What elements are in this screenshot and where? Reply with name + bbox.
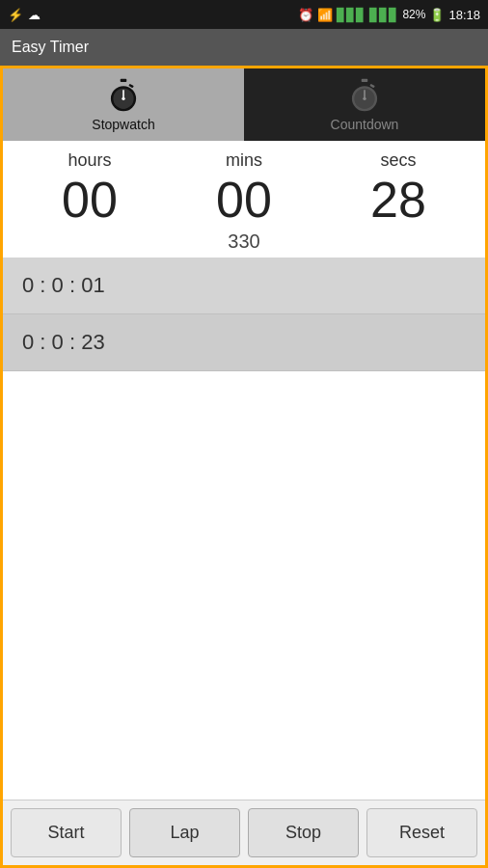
stopwatch-active-icon	[106, 78, 141, 113]
tab-countdown-label: Countdown	[331, 117, 399, 132]
tab-stopwatch[interactable]: Stopwatch	[3, 68, 244, 141]
wifi-icon: 📶	[317, 8, 333, 22]
svg-rect-11	[369, 83, 374, 88]
svg-rect-0	[121, 78, 127, 81]
signal-icon2: ▊▊▊	[369, 8, 398, 22]
timer-ticks: 330	[228, 231, 259, 253]
usb-icon: ⚡	[8, 8, 23, 22]
alarm-icon: ⏰	[298, 8, 313, 22]
start-button[interactable]: Start	[11, 808, 122, 857]
lap-item: 0 : 0 : 01	[3, 258, 485, 314]
tab-countdown[interactable]: Countdown	[244, 68, 485, 141]
battery-label: 82%	[402, 8, 425, 21]
secs-header: secs	[350, 150, 447, 171]
hours-header: hours	[41, 150, 138, 171]
battery-icon: 🔋	[429, 8, 445, 22]
stop-button[interactable]: Stop	[248, 808, 359, 857]
mins-header: mins	[196, 150, 292, 171]
notification-icon: ☁	[28, 8, 41, 22]
hours-value: 00	[41, 171, 138, 229]
svg-point-10	[363, 96, 366, 99]
tab-bar: Stopwatch Countdown	[3, 68, 485, 141]
main-container: Stopwatch Countdown hours mins secs 00 0…	[0, 66, 488, 868]
lap-item: 0 : 0 : 23	[3, 314, 485, 371]
stopwatch-inactive-icon	[347, 78, 382, 113]
status-bar: ⚡ ☁ ⏰ 📶 ▊▊▊ ▊▊▊ 82% 🔋 18:18	[0, 0, 488, 29]
secs-value: 28	[350, 171, 447, 229]
svg-point-4	[122, 96, 124, 99]
svg-rect-6	[362, 78, 368, 81]
svg-rect-5	[128, 83, 133, 88]
tab-stopwatch-label: Stopwatch	[92, 117, 154, 132]
empty-space	[3, 371, 485, 800]
timer-headers: hours mins secs	[3, 150, 485, 171]
timer-display: hours mins secs 00 00 28 330	[3, 141, 485, 258]
signal-icon: ▊▊▊	[337, 8, 366, 22]
lap-list: 0 : 0 : 01 0 : 0 : 23	[3, 258, 485, 371]
status-center: ⏰ 📶 ▊▊▊ ▊▊▊ 82% 🔋 18:18	[298, 8, 480, 22]
bottom-buttons: Start Lap Stop Reset	[3, 800, 485, 865]
reset-button[interactable]: Reset	[366, 808, 477, 857]
lap-button[interactable]: Lap	[129, 808, 240, 857]
app-title: Easy Timer	[12, 39, 89, 56]
title-bar: Easy Timer	[0, 29, 488, 66]
time-label: 18:18	[448, 8, 480, 22]
timer-values: 00 00 28	[3, 171, 485, 229]
status-left-icons: ⚡ ☁	[8, 8, 41, 22]
mins-value: 00	[196, 171, 292, 229]
